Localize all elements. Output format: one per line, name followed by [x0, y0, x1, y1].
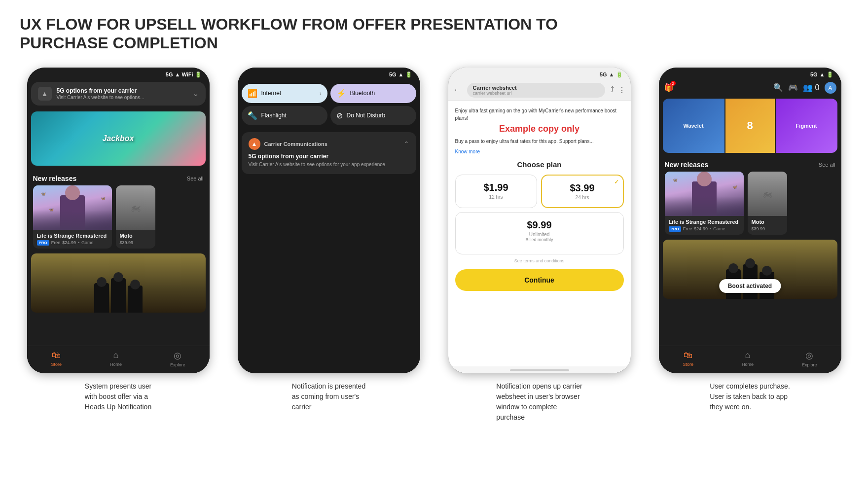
see-all-4[interactable]: See all: [819, 162, 835, 168]
carrier-notif-panel[interactable]: ▲ Carrier Communications ⌃ 5G options fr…: [242, 132, 416, 174]
choose-plan-title: Choose plan: [455, 160, 624, 169]
bottom-nav-1: 🛍 Store ⌂ Home ◎ Explore: [27, 346, 210, 373]
gift-badge: 2: [671, 81, 676, 86]
quick-settings: 📶 Internet › ⚡ Bluetooth 🔦 Flashlight ⊘: [238, 80, 420, 129]
game-title-lis-1: Life is Strange Remastered: [37, 233, 108, 239]
hero-banner-jackbox[interactable]: Jackbox: [31, 111, 206, 166]
battery-icon-3: 🔋: [616, 71, 623, 78]
nav-store-1[interactable]: 🛍 Store: [51, 350, 62, 367]
status-bar-2: 5G ▲ 🔋: [238, 68, 420, 80]
status-5g-4: 5G: [810, 71, 818, 77]
plan-card-unlimited[interactable]: $9.99 Unlimited Billed monthly: [455, 212, 624, 254]
websheet-bottom-bar: [510, 369, 569, 371]
flow-step-1: 5G ▲ WiFi 🔋 ▲ 5G options from your carri…: [20, 68, 217, 412]
search-top-icon[interactable]: 🔍: [773, 83, 783, 92]
screen-3: 5G ▲ 🔋 ← Carrier websheet carrier webshe…: [448, 68, 631, 373]
lis-artwork-1: 🦋 🦋 🦋: [33, 185, 112, 230]
game-meta-lis-1: PRO Free $24.99 • Game: [37, 240, 108, 246]
game-title-lis-4: Life is Strange Remastered: [669, 219, 740, 225]
url-bar[interactable]: Carrier websheet carrier websheet url: [467, 83, 605, 98]
toolbar-actions: ⤴ ⋮: [610, 85, 626, 95]
store-icon-1: 🛍: [52, 350, 61, 360]
continue-button[interactable]: Continue: [455, 269, 624, 291]
status-5g-2: 5G: [389, 71, 397, 77]
boost-activated-toast: Boost activated: [719, 279, 781, 293]
plan-card-2[interactable]: $3.99 24 hrs: [541, 175, 624, 208]
qs-internet[interactable]: 📶 Internet ›: [242, 84, 327, 103]
qs-dnd[interactable]: ⊘ Do Not Disturb: [330, 106, 416, 125]
notif-carrier-icon: ▲: [38, 87, 52, 101]
nav-store-4[interactable]: 🛍 Store: [683, 350, 693, 367]
game-title-moto-4: Moto: [752, 219, 783, 225]
screen-4: 5G ▲ 🔋 🎁 2 🔍: [659, 68, 841, 373]
notif-chevron-icon[interactable]: ⌄: [192, 89, 199, 98]
game-price-original-4: $24.99: [694, 226, 708, 231]
know-more-link[interactable]: Know more: [455, 149, 624, 154]
wifi-icon-1: WiFi: [181, 71, 193, 77]
home-icon-1: ⌂: [113, 350, 119, 360]
nav-explore-4[interactable]: ◎ Explore: [802, 350, 817, 367]
carrier-icon: ▲: [249, 138, 260, 150]
game-price-moto-1: $39.99: [120, 240, 151, 245]
plan-price-unlimited: $9.99: [460, 219, 619, 231]
qs-flashlight-label: Flashlight: [261, 112, 287, 119]
step-description-4: User completes purchase.User is taken ba…: [710, 381, 790, 412]
game-thumb-moto-4: 🏍: [748, 172, 787, 216]
carrier-notif-header: ▲ Carrier Communications ⌃: [249, 138, 409, 150]
plan-note1: Unlimited: [460, 232, 619, 237]
section-title-1: New releases: [33, 175, 77, 182]
butterfly-3: 🦋: [49, 208, 54, 212]
qs-flashlight[interactable]: 🔦 Flashlight: [242, 106, 327, 125]
step-description-2: Notification is presentedas coming from …: [292, 381, 365, 412]
game-card-moto-4[interactable]: 🏍 Moto $39.99: [748, 172, 787, 235]
share-icon[interactable]: ⤴: [610, 85, 614, 95]
heads-up-notification[interactable]: ▲ 5G options from your carrier Visit Car…: [31, 82, 206, 106]
qs-bluetooth-label: Bluetooth: [350, 90, 375, 97]
soldier-1: [94, 283, 109, 313]
bottom-game-banner-4[interactable]: Boost activated: [663, 240, 837, 299]
nav-home-1[interactable]: ⌂ Home: [110, 350, 122, 367]
nav-explore-1[interactable]: ◎ Explore: [170, 350, 185, 367]
plan-card-1[interactable]: $1.99 12 hrs: [455, 175, 537, 208]
phone-mockup-2: 5G ▲ 🔋 📶 Internet › ⚡ Bluetooth: [238, 68, 420, 373]
see-all-1[interactable]: See all: [187, 176, 204, 181]
hero-banner-s4[interactable]: Wavelet 8 Figment: [663, 99, 837, 153]
figment-banner: Figment: [776, 99, 837, 153]
lis-artwork-4: 🦋 🦋: [665, 172, 744, 216]
game-title-moto-1: Moto: [120, 233, 151, 239]
game-card-moto-1[interactable]: 🏍 Moto $39.99: [116, 185, 155, 249]
play-top-bar: 🎁 2 🔍 🎮 👥 0 A: [659, 80, 841, 96]
game-card-lis-4[interactable]: 🦋 🦋 Life is Strange Remastered PRO Free: [665, 172, 744, 235]
people-icon[interactable]: 👥 0: [803, 83, 819, 92]
battery-icon-2: 🔋: [405, 71, 412, 78]
gift-icon[interactable]: 🎁 2: [664, 83, 674, 92]
carrier-notif-expand[interactable]: ⌃: [403, 140, 409, 148]
game-card-lis-1[interactable]: 🦋 🦋 🦋 Life is Strange Remastered PRO: [33, 185, 112, 249]
qs-internet-arrow: ›: [320, 91, 321, 96]
explore-icon-1: ◎: [174, 350, 181, 361]
url-bar-url: carrier websheet url: [473, 91, 599, 96]
explore-icon-4: ◎: [805, 350, 813, 361]
status-5g-1: 5G: [166, 71, 173, 77]
status-bar-3: 5G ▲ 🔋: [448, 68, 631, 80]
status-icons-1: ▲ WiFi 🔋: [175, 71, 201, 78]
carrier-notif-body: Visit Carrier A's website to see options…: [249, 161, 409, 168]
more-icon[interactable]: ⋮: [618, 85, 626, 95]
carrier-notif-app: Carrier Communications: [264, 141, 327, 147]
nav-home-4[interactable]: ⌂ Home: [742, 350, 754, 367]
websheet-toolbar: ← Carrier websheet carrier websheet url …: [448, 80, 631, 101]
jackbox-title: Jackbox: [102, 134, 134, 143]
bottom-game-banner-1[interactable]: [31, 253, 206, 313]
back-button[interactable]: ←: [453, 85, 462, 95]
flow-step-4: 5G ▲ 🔋 🎁 2 🔍: [651, 68, 848, 412]
soldier-2: [111, 278, 126, 313]
game-type-label-4: Game: [713, 226, 725, 231]
controller-icon[interactable]: 🎮: [788, 83, 798, 92]
game-info-lis-1: Life is Strange Remastered PRO Free $24.…: [33, 230, 112, 249]
user-avatar[interactable]: A: [825, 82, 836, 94]
notif-body: Visit Carrier A's website to see options…: [57, 95, 187, 100]
qs-bluetooth[interactable]: ⚡ Bluetooth: [330, 84, 416, 103]
soldiers-artwork-1: [31, 273, 206, 313]
notif-title: 5G options from your carrier: [57, 87, 187, 94]
butterfly-4a: 🦋: [673, 178, 678, 182]
